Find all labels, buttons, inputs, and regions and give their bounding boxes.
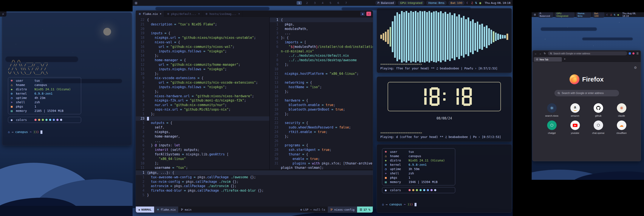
search-icon — [558, 92, 560, 94]
shortcut-label: chat.openai — [592, 132, 604, 134]
terminal-fastfetch-left[interactable]: /\ /\ ____ ___ __ / // \\ / __// _ \/ / … — [2, 13, 132, 145]
fetch-row-pkgs: ■pkgs1 — [385, 175, 452, 180]
code-line: 1 }; — [136, 112, 269, 116]
notifications-icon[interactable]: ☾ — [606, 14, 608, 16]
forward-button[interactable]: → — [539, 52, 542, 55]
power-icon[interactable]: ◉ — [479, 1, 481, 5]
shortcut-search-nixos[interactable]: search.nixos — [542, 103, 562, 117]
url-bar[interactable]: Search with Google or enter address — [548, 51, 627, 55]
tab-hosts-isoimage[interactable]: hosts/isoImag... × — [202, 11, 242, 17]
visualizer-bar — [419, 11, 421, 63]
terminal-clock[interactable]: 08/08/24 ======================> Playing… — [377, 77, 512, 142]
back-button[interactable]: ← — [534, 52, 537, 55]
tab-pkgs-default[interactable]: pkgs/default... × — [164, 11, 203, 17]
editor-pane-flake-nix[interactable]: 22{21 description = "tux's NixOS Flake";… — [136, 17, 269, 169]
launcher-button[interactable]: ⊞ — [534, 13, 536, 16]
music-icon[interactable]: ♫ — [471, 1, 473, 5]
menu-icon[interactable]: ☰ — [636, 52, 639, 55]
fetch-row-uptime: ◔uptime3h 59m — [385, 167, 452, 171]
network-icon[interactable]: ⇅ — [614, 14, 615, 16]
mode-indicator: ◆ NORMAL — [136, 206, 154, 212]
url-placeholder: Search with Google or enter address — [554, 52, 590, 55]
search-input[interactable]: Search with Google or enter address — [554, 90, 619, 96]
code-line: 2 sops-nix.url = "github:Mic92/sops-nix"… — [136, 107, 269, 112]
gear-icon[interactable]: ⚙ — [634, 66, 637, 70]
nix-icon — [205, 13, 208, 15]
code-line: 26 — [270, 139, 373, 143]
code-line: 3 nur.url = "github:nix-community/nur"; — [136, 103, 269, 107]
firefox-window[interactable]: ← → ↻ Search with Google or enter addres… — [532, 50, 641, 161]
tag-3[interactable]: 3 — [312, 1, 318, 5]
clock-digit — [449, 87, 459, 106]
extension-icon[interactable] — [632, 52, 634, 55]
visualizer-bar — [474, 23, 476, 51]
panel-toggle-button[interactable]: ◉ — [360, 12, 365, 16]
fetch-row-memory: ▤memory1946 | 15394 MiB — [385, 180, 452, 184]
tab-flake-nix[interactable]: flake.nix × — [136, 11, 164, 17]
shortcut-cloudflare[interactable]: ☁cloudflare — [612, 120, 632, 134]
visualizer-bar — [442, 13, 444, 61]
shortcut-chatgpt[interactable]: chatgpt — [542, 120, 562, 134]
tag-4[interactable]: 4 — [320, 1, 325, 5]
close-icon[interactable]: × — [160, 12, 161, 15]
fetch-row-colors: ● colors — [11, 118, 78, 122]
code-line: 13 networking = { — [270, 80, 373, 85]
visualizer-bar — [396, 12, 398, 61]
code-line: 23 — [136, 116, 269, 121]
neovim-window[interactable]: flake.nix × pkgs/default... × hosts/isoI… — [136, 10, 373, 213]
shortcut-youtube[interactable]: youtube — [565, 120, 585, 134]
mode-icon: ◆ — [138, 208, 140, 211]
tag-7[interactable]: 7 — [344, 1, 349, 5]
shortcut-chat-openai[interactable]: chat.openai — [588, 120, 608, 134]
launcher-button[interactable]: ⊞ — [135, 1, 138, 5]
shortcut-claude[interactable]: claude — [612, 103, 632, 117]
tag-2[interactable]: 2 — [304, 1, 310, 5]
visualizer-bar — [502, 35, 504, 39]
refresh-button[interactable]: ↻ — [543, 52, 546, 55]
close-icon[interactable]: × — [198, 12, 200, 15]
terminal-cava[interactable]: ======================> Playing: ffee fo… — [377, 8, 512, 73]
code-line: 9 nix-vscode-extensions = { — [136, 76, 269, 80]
fetch-row-pkgs: ■pkgs1 — [11, 104, 78, 109]
tag-1[interactable]: 1 — [296, 1, 302, 5]
color-swatch — [408, 189, 411, 191]
now-playing: Playing: d (coffee for your head) ** ♫ b… — [380, 135, 508, 139]
music-icon[interactable]: ♫ — [610, 14, 612, 16]
tray-icons: ☾♫⇅◉ — [606, 14, 619, 16]
visualizer-bar — [497, 34, 499, 40]
close-window-button[interactable]: × — [366, 12, 371, 16]
new-tab-button[interactable]: + — [563, 57, 567, 61]
separator-line: ======================> — [380, 63, 508, 66]
fetch-value: canopus — [34, 83, 47, 87]
terminal-fastfetch-right[interactable]: ☻usertux⌂hnamecanopus◆distroNixOS 24.11 … — [377, 144, 512, 213]
code-line: 9 "x86_64-linux" — [136, 157, 269, 161]
code-line: 19 bluetooth.powerOnBoot = true; — [270, 107, 373, 112]
repo-icon — [330, 208, 333, 211]
extension-icon[interactable] — [629, 52, 631, 55]
fetch-label: pkgs — [16, 104, 34, 109]
code-line: 12 url = "github:nix-community/home-mana… — [136, 63, 269, 67]
tag-5[interactable]: 5 — [328, 1, 333, 5]
code-line: 19 inputs = { — [136, 31, 269, 36]
editor-pane-iso-image[interactable]: 1{1 pkgs,2 modulesPath,3 ...4}: {5 impor… — [270, 17, 373, 169]
clock-digit — [430, 87, 440, 106]
notifications-icon[interactable]: ☾ — [466, 1, 469, 5]
code-line: 29 thunar = { — [270, 152, 373, 157]
shortcut-label: search.nixos — [545, 114, 558, 117]
cloudflare-icon: ☁ — [617, 120, 626, 130]
shell-prompt: ⌂ → canopus ~ ))) — [8, 130, 126, 134]
fetch-label: user — [390, 150, 408, 154]
code-line: 5 imports = [ — [270, 40, 373, 45]
tag-6[interactable]: 6 — [336, 1, 341, 5]
shortcut-amazon[interactable]: aamazon — [565, 103, 585, 117]
visualizer-bar — [390, 27, 391, 47]
code-line: 4 firefox-mod-blur = pkgs.callPackage ./… — [136, 188, 373, 193]
editor-pane-pkgs-default[interactable]: 1{pkgs, ...}: {1 tux-awesome-wm-config =… — [136, 169, 373, 206]
browser-tab-new-tab[interactable]: New Tab — [534, 57, 562, 62]
shortcut-github[interactable]: github — [588, 103, 608, 117]
power-icon[interactable]: ◉ — [617, 14, 619, 16]
code-line: 2 modulesPath, — [270, 27, 373, 31]
network-icon[interactable]: ⇅ — [475, 1, 477, 5]
code-line: 24 rtkit.enable = true; — [270, 130, 373, 134]
close-icon[interactable]: × — [238, 12, 240, 15]
